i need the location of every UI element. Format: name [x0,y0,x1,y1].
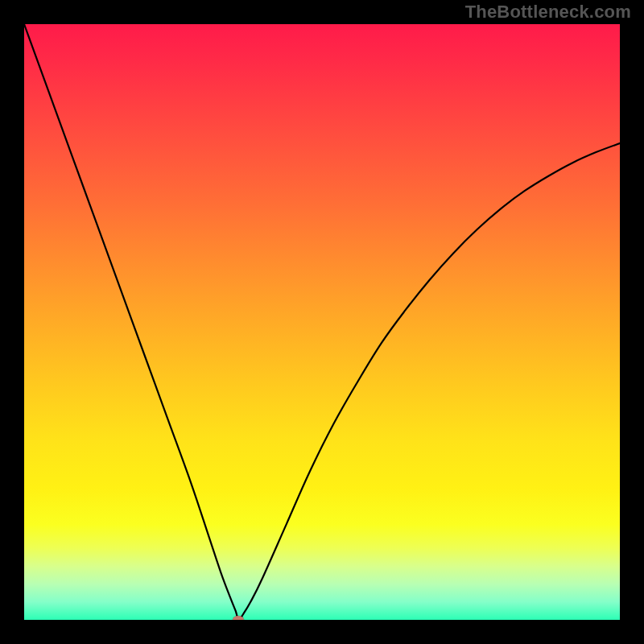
bottleneck-curve [24,24,620,620]
chart-frame: TheBottleneck.com [0,0,644,644]
plot-area [24,24,620,620]
watermark-text: TheBottleneck.com [465,2,631,23]
minimum-point-marker [233,616,244,620]
